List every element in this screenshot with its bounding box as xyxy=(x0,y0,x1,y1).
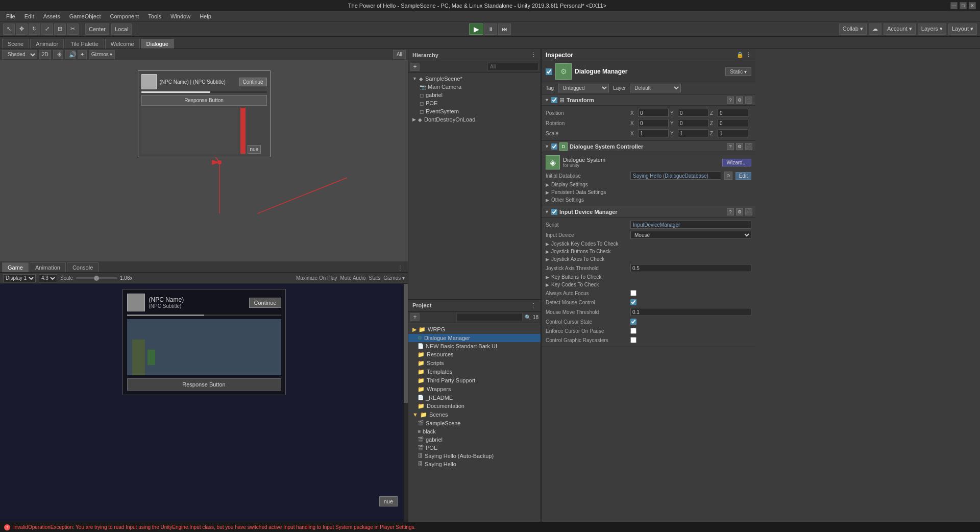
transform-question-btn[interactable]: ? xyxy=(727,96,734,104)
proj-item-resources[interactable]: 📁 Resources xyxy=(408,350,541,359)
step-btn[interactable]: ⏭ xyxy=(498,23,511,35)
other-settings-header[interactable]: ▶ Other Settings xyxy=(546,196,751,204)
space-btn[interactable]: Local xyxy=(111,23,132,35)
display-select[interactable]: Display 1 xyxy=(3,274,36,282)
pause-btn[interactable]: ⏸ xyxy=(484,23,497,35)
aspect-select[interactable]: 4:3 xyxy=(39,274,57,282)
scale-y-input[interactable] xyxy=(678,129,708,137)
btab-console[interactable]: Console xyxy=(67,262,99,272)
hier-item-eventsystem[interactable]: ◻ EventSystem xyxy=(408,107,541,115)
proj-item-templates[interactable]: 📁 Templates xyxy=(408,368,541,376)
menu-gameobject[interactable]: GameObject xyxy=(65,12,105,20)
project-search[interactable] xyxy=(456,313,523,321)
game-scrollbar-thumb[interactable] xyxy=(404,284,408,403)
game-gizmos-btn[interactable]: Gizmos ▾ xyxy=(383,275,405,281)
proj-item-scenes[interactable]: ▼ 📁 Scenes xyxy=(408,410,541,419)
maximize-btn[interactable]: □ xyxy=(960,2,967,9)
cloud-btn[interactable]: ☁ xyxy=(869,23,881,35)
key-codes-header[interactable]: ▶ Key Codes To Check xyxy=(546,281,751,288)
aaf-checkbox[interactable] xyxy=(630,290,636,296)
proj-item-wrappers[interactable]: 📁 Wrappers xyxy=(408,385,541,394)
inspector-options-btn[interactable]: ⋮ xyxy=(746,52,751,58)
add-hierarchy-btn[interactable]: + xyxy=(410,63,420,71)
cgr-checkbox[interactable] xyxy=(630,337,636,343)
proj-item-documentation[interactable]: 📁 Documentation xyxy=(408,402,541,410)
scale-slider[interactable] xyxy=(76,277,117,279)
pos-z-input[interactable] xyxy=(718,109,748,117)
game-scrollbar-track[interactable] xyxy=(404,284,408,522)
mute-audio-btn[interactable]: Mute Audio xyxy=(340,275,365,281)
proj-item-saying-hello-backup[interactable]: 🗄 Saying Hello (Auto-Backup) xyxy=(408,452,541,460)
pos-x-input[interactable] xyxy=(638,109,669,117)
scale-z-input[interactable] xyxy=(718,129,748,137)
joystick-keycodes-header[interactable]: ▶ Joystick Key Codes To Check xyxy=(546,240,751,248)
rot-z-input[interactable] xyxy=(718,119,748,127)
idm-input-device-select[interactable]: Mouse xyxy=(630,231,751,239)
menu-window[interactable]: Window xyxy=(166,12,194,20)
hand-tool[interactable]: ↖ xyxy=(3,23,15,35)
transform-all-tool[interactable]: ✂ xyxy=(67,23,79,35)
scene-continue-btn[interactable]: Continue xyxy=(239,78,266,86)
wizard-btn[interactable]: Wizard... xyxy=(722,159,751,166)
initial-db-input[interactable] xyxy=(630,172,721,180)
transform-enabled[interactable] xyxy=(551,97,557,103)
idm-enabled[interactable] xyxy=(551,209,557,215)
menu-assets[interactable]: Assets xyxy=(39,12,64,20)
close-btn[interactable]: ✕ xyxy=(969,2,976,9)
project-options-btn[interactable]: ⋮ xyxy=(531,302,536,309)
tab-animator[interactable]: Animator xyxy=(30,39,64,49)
account-btn[interactable]: Account ▾ xyxy=(884,23,916,35)
idm-more-btn[interactable]: ⋮ xyxy=(745,208,752,215)
hierarchy-search[interactable] xyxy=(487,63,538,71)
tab-scene[interactable]: Scene xyxy=(2,39,29,49)
object-active-checkbox[interactable] xyxy=(546,68,552,75)
cc-checkbox[interactable] xyxy=(630,319,636,325)
proj-item-samplescene[interactable]: 🎬 SampleScene xyxy=(408,419,541,427)
proj-item-readme[interactable]: 📄 _README xyxy=(408,394,541,402)
proj-item-poe[interactable]: 🎬 POE xyxy=(408,444,541,452)
layer-select[interactable]: Default xyxy=(630,84,681,92)
idm-header[interactable]: ▼ Input Device Manager ? ⚙ ⋮ xyxy=(542,206,755,217)
menu-component[interactable]: Component xyxy=(106,12,143,20)
proj-item-dialogue-manager[interactable]: ⚙ Dialogue Manager xyxy=(408,334,541,342)
game-continue-btn[interactable]: Continue xyxy=(249,298,281,308)
idm-script-input[interactable] xyxy=(630,221,751,229)
dsc-enabled[interactable] xyxy=(551,143,557,150)
scene-response-btn[interactable]: Response Button xyxy=(141,95,267,106)
idm-question-btn[interactable]: ? xyxy=(727,208,734,215)
scene-continue2-btn[interactable]: nue xyxy=(248,145,261,154)
transform-more-btn[interactable]: ⋮ xyxy=(745,96,752,104)
hier-item-maincamera[interactable]: 📷 Main Camera xyxy=(408,83,541,91)
initial-db-edit-btn[interactable]: Edit xyxy=(736,172,751,180)
pos-y-input[interactable] xyxy=(678,109,708,117)
jat-input[interactable] xyxy=(630,264,751,272)
proj-item-black[interactable]: ■ black xyxy=(408,427,541,436)
audio-btn[interactable]: 🔊 xyxy=(65,50,76,59)
scale-x-input[interactable] xyxy=(638,129,669,137)
hier-item-dontdestroy[interactable]: ▶ ◆ DontDestroyOnLoad xyxy=(408,115,541,124)
tab-welcome[interactable]: Welcome xyxy=(105,39,140,49)
menu-help[interactable]: Help xyxy=(195,12,215,20)
light-btn[interactable]: ☀ xyxy=(53,50,63,59)
key-buttons-header[interactable]: ▶ Key Buttons To Check xyxy=(546,273,751,281)
dsc-gear-btn[interactable]: ⚙ xyxy=(736,143,743,150)
menu-tools[interactable]: Tools xyxy=(144,12,165,20)
tag-select[interactable]: Untagged xyxy=(558,84,609,92)
hier-item-samplescene[interactable]: ▼ ◆ SampleScene* xyxy=(408,75,541,83)
inspector-lock-btn[interactable]: 🔒 xyxy=(737,52,744,58)
proj-item-gabriel[interactable]: 🎬 gabriel xyxy=(408,436,541,444)
menu-edit[interactable]: Edit xyxy=(20,12,38,20)
hier-item-gabriel[interactable]: ◻ gabriel xyxy=(408,91,541,99)
idm-gear-btn[interactable]: ⚙ xyxy=(736,208,743,215)
static-dropdown-btn[interactable]: Static ▾ xyxy=(725,67,751,76)
2d-btn[interactable]: 2D xyxy=(39,50,51,59)
joystick-axes-header[interactable]: ▶ Joystick Axes To Check xyxy=(546,255,751,263)
proj-item-third-party[interactable]: 📁 Third Party Support xyxy=(408,376,541,385)
ec-checkbox[interactable] xyxy=(630,328,636,334)
proj-item-saying-hello[interactable]: 🗄 Saying Hello xyxy=(408,460,541,468)
add-project-btn[interactable]: + xyxy=(410,313,420,321)
dsc-question-btn[interactable]: ? xyxy=(727,143,734,150)
proj-item-new-bark[interactable]: 📄 NEW Basic Standart Bark UI xyxy=(408,342,541,350)
menu-file[interactable]: File xyxy=(2,12,19,20)
rot-y-input[interactable] xyxy=(678,119,708,127)
